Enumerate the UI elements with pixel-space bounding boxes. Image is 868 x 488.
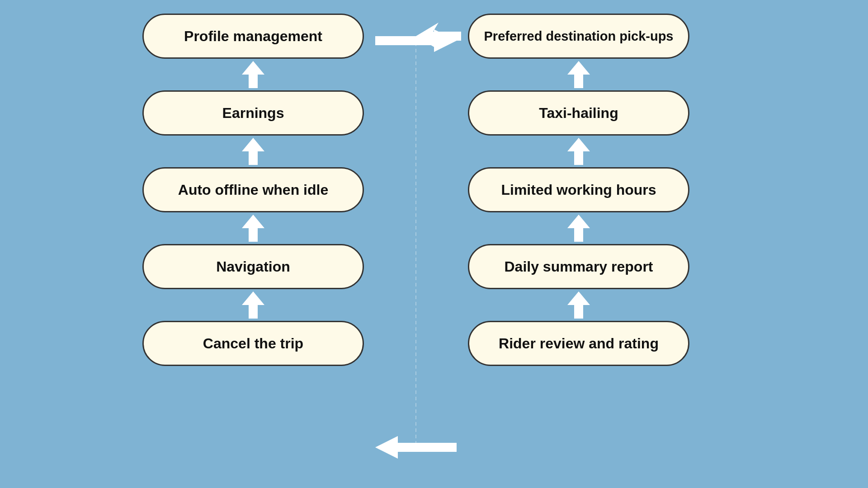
box-taxi-hailing: Taxi-hailing [468,90,689,136]
box-auto-offline: Auto offline when idle [142,167,364,212]
connector-area [366,14,466,474]
right-column: Preferred destination pick-ups Taxi-hail… [466,14,692,366]
arrow-down-3 [142,212,364,244]
svg-marker-7 [375,436,457,459]
svg-marker-10 [567,215,590,242]
arrow-down-1 [142,59,364,90]
svg-marker-2 [242,215,264,242]
arrow-left-bottom [375,434,457,461]
arrow-down-r3 [468,212,689,244]
svg-marker-0 [242,61,264,88]
svg-marker-8 [567,61,590,88]
box-cancel-trip: Cancel the trip [142,321,364,366]
svg-marker-11 [567,291,590,319]
arrow-down-4 [142,289,364,321]
left-column: Profile management Earnings Auto offline… [140,14,366,366]
box-navigation: Navigation [142,244,364,289]
box-limited-working-hours: Limited working hours [468,167,689,212]
box-rider-review: Rider review and rating [468,321,689,366]
box-preferred-destination: Preferred destination pick-ups [468,14,689,59]
svg-marker-3 [242,291,264,319]
connector-svg [366,14,466,474]
arrow-down-r2 [468,136,689,167]
arrow-down-r4 [468,289,689,321]
box-daily-summary: Daily summary report [468,244,689,289]
svg-marker-1 [242,138,264,165]
box-profile-management: Profile management [142,14,364,59]
box-earnings: Earnings [142,90,364,136]
svg-marker-6 [375,29,457,52]
flow-diagram: Profile management Earnings Auto offline… [140,14,728,474]
svg-marker-9 [567,138,590,165]
arrow-down-r1 [468,59,689,90]
arrow-down-2 [142,136,364,167]
arrow-right-top [375,27,457,54]
